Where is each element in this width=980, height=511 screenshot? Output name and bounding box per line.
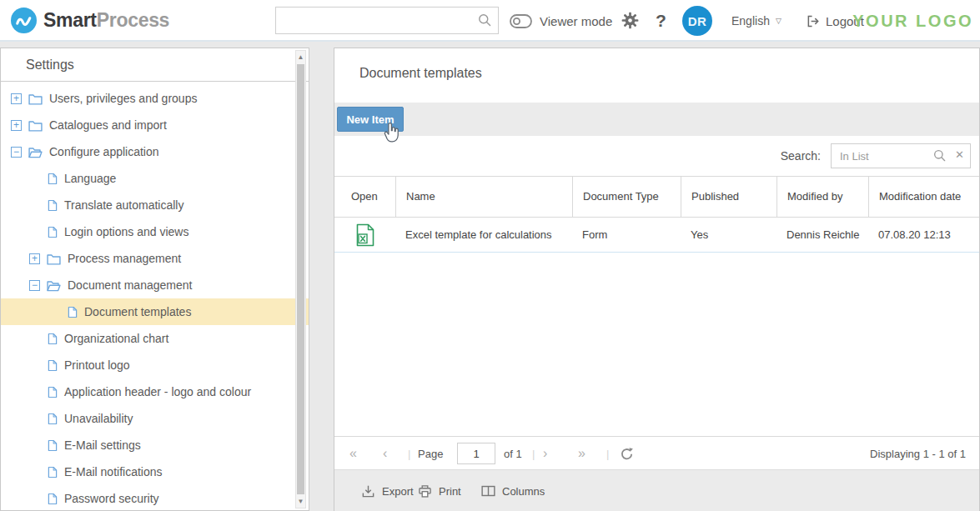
tree-item[interactable]: − Document management [1,272,309,298]
tree-item[interactable]: E-Mail notifications [1,458,309,485]
footer-toolbar: Export Print Columns [334,469,979,511]
tree-item[interactable]: Document templates [1,298,309,325]
settings-gear-button[interactable] [621,12,639,29]
user-avatar[interactable]: DR [682,6,712,36]
tree-item-label: Document management [68,278,192,292]
viewer-mode-toggle[interactable]: Viewer mode [510,0,612,42]
tree-item[interactable]: Organizational chart [1,325,309,352]
table-row[interactable]: Excel template for calculations Form Yes… [334,218,979,253]
tree-item-label: Catalogues and import [49,118,167,132]
column-header[interactable]: Name [395,177,572,217]
tree-item-label: Unavailability [64,412,133,425]
expand-toggle-icon[interactable]: + [29,253,40,264]
grid-search-row: Search: ✕ [334,136,979,176]
columns-button[interactable]: Columns [481,470,545,511]
tree-item[interactable]: + Users, privileges and groups [1,85,309,112]
pagination-bar: « ‹ | Page of 1 | › » | Displaying 1 - 1… [334,436,979,469]
tree-item[interactable]: + Process management [1,245,309,272]
tree-item-label: Printout logo [64,358,130,372]
tree-item[interactable]: Application header - logo and colour [1,378,309,405]
search-icon[interactable] [478,13,491,27]
tree-node-icon [48,413,58,425]
global-search-input[interactable] [275,7,499,34]
tree-item-label: Organizational chart [64,332,168,345]
last-page-button[interactable]: » [578,437,585,470]
tree-item[interactable]: Login options and views [1,218,309,245]
help-button[interactable]: ? [656,0,666,42]
scroll-up-icon[interactable]: ▲ [296,53,305,61]
column-header[interactable]: Modification date [868,177,980,217]
tree-node-icon [48,359,58,372]
separator: | [606,437,609,470]
expand-toggle-icon[interactable]: − [11,147,22,158]
column-header[interactable]: Open [334,177,395,217]
settings-sidebar: Settings + Users, privileges and groups … [0,48,309,511]
tree-item[interactable]: + Catalogues and import [1,112,309,138]
tree-node-icon [28,146,43,158]
tree-item-label: E-Mail notifications [64,465,163,478]
settings-tree: + Users, privileges and groups + Catalog… [1,83,309,510]
top-header-bar: SmartProcess Viewer mode ? DR English ▽ … [0,0,980,42]
print-icon [418,484,432,498]
tree-item-label: Process management [68,252,181,265]
gear-icon[interactable] [621,12,639,29]
export-button[interactable]: Export [361,470,414,511]
page-number-input[interactable] [457,443,495,464]
columns-icon [481,485,495,497]
tree-item[interactable]: Translate automatically [1,192,309,218]
toggle-off-icon[interactable] [510,14,532,28]
excel-file-icon[interactable] [356,223,374,247]
prev-page-button[interactable]: ‹ [383,437,387,470]
columns-label: Columns [502,485,545,498]
viewer-mode-label: Viewer mode [540,14,612,28]
page-title: Document templates [334,48,979,103]
tree-item[interactable]: Printout logo [1,352,309,378]
grid-search-input[interactable] [831,143,971,168]
language-label: English [731,14,770,28]
scroll-down-icon[interactable]: ▼ [296,498,305,505]
tree-item-label: Users, privileges and groups [49,92,197,105]
sidebar-title: Settings [1,48,309,82]
published-cell: Yes [681,218,776,252]
modification-date-cell: 07.08.20 12:13 [868,218,980,252]
tree-node-icon [48,466,58,478]
new-item-button[interactable]: New Item [337,107,404,132]
tree-node-icon [68,306,78,318]
tree-node-icon [47,279,61,292]
brand-name: SmartProcess [43,9,169,32]
global-search [275,7,499,34]
expand-toggle-icon[interactable]: − [29,280,40,291]
tree-node-icon [48,439,58,452]
separator: | [408,437,410,470]
page-label: Page [418,437,443,470]
export-icon [361,484,375,498]
column-header[interactable]: Document Type [572,177,681,217]
language-selector[interactable]: English ▽ [731,0,781,42]
tree-node-icon [48,493,58,505]
next-page-button[interactable]: › [543,437,547,470]
tree-node-icon [48,173,58,185]
tree-item[interactable]: Language [1,165,309,192]
clear-search-icon[interactable]: ✕ [955,148,964,161]
search-icon[interactable] [933,149,946,162]
tree-node-icon [28,93,43,105]
brand-name-light: Process [97,9,169,31]
tree-node-icon [48,333,58,345]
refresh-button[interactable] [620,437,634,470]
column-header[interactable]: Modified by [776,177,868,217]
first-page-button[interactable]: « [349,437,357,470]
tree-node-icon [28,119,43,132]
tree-item[interactable]: Unavailability [1,405,309,432]
application-window: SmartProcess Viewer mode ? DR English ▽ … [0,0,980,511]
tree-item[interactable]: − Configure application [1,138,309,165]
expand-toggle-icon[interactable]: + [11,93,22,104]
sidebar-scrollbar[interactable]: ▲ ▼ [295,50,306,508]
scrollbar-thumb[interactable] [297,64,304,494]
tree-item[interactable]: E-Mail settings [1,432,309,458]
print-button[interactable]: Print [418,470,461,511]
action-toolbar: New Item [334,103,979,136]
column-header[interactable]: Published [681,177,776,217]
open-cell [334,218,395,252]
expand-toggle-icon[interactable]: + [11,120,22,131]
tree-item[interactable]: Password security [1,485,309,510]
